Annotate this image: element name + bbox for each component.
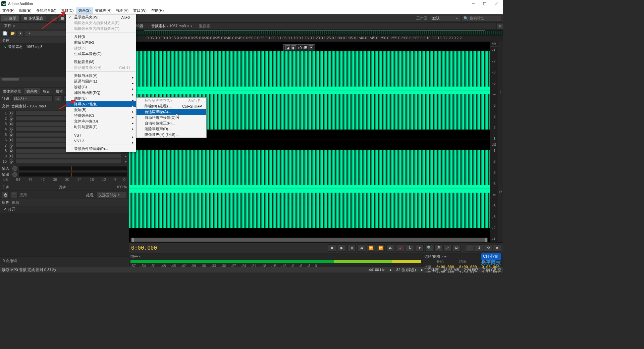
maximize-button[interactable]: [479, 0, 490, 7]
history-item[interactable]: ↗ 打开: [0, 206, 129, 213]
mode-waveform-button[interactable]: ▭波形: [1, 15, 19, 22]
editor-file-tab[interactable]: 音频素材 - 1967.mp3×: [148, 22, 196, 30]
close-button[interactable]: [490, 0, 502, 7]
fx-power-icon[interactable]: ⏻: [9, 138, 13, 142]
menu-item[interactable]: 振幅与压限(A): [66, 73, 136, 79]
menu-window[interactable]: 窗口(W): [131, 7, 149, 14]
menu-item[interactable]: 滤波与均衡(EQ): [66, 90, 136, 96]
zoom-reset-button[interactable]: ⟲: [484, 244, 492, 252]
fx-power-icon[interactable]: ⏻: [9, 111, 13, 115]
menu-item[interactable]: 延迟与回声(L): [66, 79, 136, 84]
stop-button[interactable]: ■: [328, 244, 336, 252]
menu-item[interactable]: 混响(B): [66, 107, 136, 113]
fx-slot-field[interactable]: [15, 154, 122, 158]
levels-tab[interactable]: 电平: [130, 254, 138, 258]
tab-effects-rack[interactable]: 效果夹: [24, 88, 40, 94]
pause-button[interactable]: ⏸: [347, 244, 356, 252]
apply-button[interactable]: 应用: [19, 193, 84, 198]
menu-item[interactable]: 特殊效果(C): [66, 113, 136, 118]
menu-effects[interactable]: 效果(S): [76, 7, 93, 14]
open-folder-button[interactable]: 📂: [9, 30, 16, 36]
horizontal-scrollbar[interactable]: [130, 238, 488, 242]
process-select[interactable]: 仅选区部分: [97, 192, 127, 198]
fx-power-icon[interactable]: ⏻: [9, 159, 13, 164]
loop-playback-button[interactable]: ↻: [406, 244, 414, 252]
open-file-button[interactable]: 📄: [2, 30, 8, 36]
tab-properties[interactable]: 属性: [53, 88, 66, 94]
new-button[interactable]: ▾: [17, 30, 24, 36]
fx-slot-10[interactable]: 10⏻: [0, 159, 129, 164]
preset-select[interactable]: (默认): [12, 95, 53, 101]
zoom-fit-button[interactable]: ⤢: [443, 244, 451, 252]
tab-history[interactable]: 历史: [2, 200, 9, 205]
effects-menu[interactable]: 显示效果夹(W)Alt+0编辑效果夹内的素材效果(F)编辑效果夹内的音轨效果(T…: [66, 14, 136, 152]
forward-button[interactable]: ⏩: [377, 244, 385, 252]
zoom-peaks-button[interactable]: ⧗: [493, 244, 501, 252]
menu-item[interactable]: VST: [66, 132, 136, 138]
tool-waveform[interactable]: ▭: [51, 15, 58, 22]
fx-power-icon[interactable]: ⏻: [9, 143, 13, 148]
fx-power-icon[interactable]: ⏻: [9, 121, 13, 126]
menu-item[interactable]: 立体声声像(O): [66, 118, 136, 124]
output-knob[interactable]: [12, 172, 17, 177]
menu-clip[interactable]: 素材(C): [59, 7, 76, 14]
preset-save-button[interactable]: ☆: [55, 95, 61, 101]
menu-multitrack[interactable]: 多轨混音(M): [34, 7, 59, 14]
menu-item[interactable]: 消除嗡嗡声(D)...: [137, 126, 206, 132]
output-meter[interactable]: [19, 172, 127, 177]
menu-item[interactable]: 显示效果夹(W)Alt+0: [66, 14, 136, 20]
menu-item[interactable]: 匹配音量(M): [66, 59, 136, 65]
rewind-button[interactable]: ⏪: [367, 244, 375, 252]
workspace-select[interactable]: 默认: [430, 15, 460, 21]
fx-list-button[interactable]: ☰: [11, 192, 17, 198]
menu-favorites[interactable]: 收藏夹(R): [93, 7, 114, 14]
input-knob[interactable]: [12, 166, 17, 171]
fx-power-icon[interactable]: ⏻: [9, 116, 13, 121]
menu-item[interactable]: 生成基本音色(G)...: [66, 51, 136, 57]
files-tab[interactable]: 文件: [1, 22, 17, 29]
zoom-in-button[interactable]: 🔍: [425, 244, 433, 252]
tab-markers[interactable]: 标记: [40, 88, 53, 94]
menu-item[interactable]: 自适应降噪(A)...: [137, 109, 206, 115]
menu-item[interactable]: 前后反向(R): [66, 40, 136, 45]
play-button[interactable]: ▶: [338, 244, 346, 252]
input-meter[interactable]: [19, 166, 127, 170]
zoom-out-v-button[interactable]: ⇕: [475, 244, 483, 252]
menu-item[interactable]: 降低嘶声(H) (处理) ...: [137, 132, 206, 138]
zoom-in-v-button[interactable]: ↕: [466, 244, 474, 252]
time-ruler[interactable]: 0:05.00:10.00:15.00:20.00:25.00:30.00:35…: [129, 36, 503, 41]
noise-reduction-submenu[interactable]: 捕捉噪声样本(C)Shift+P降噪(N) (处理) ...Ctrl+Shift…: [136, 97, 207, 138]
tab-video[interactable]: 视频: [12, 200, 19, 205]
panel-menu-button[interactable]: ≡: [496, 23, 503, 29]
menu-item[interactable]: 降噪(N) / 恢复: [66, 101, 136, 107]
record-button[interactable]: ●: [396, 244, 404, 252]
menu-item[interactable]: 自动咔嗒声移除(C)...: [137, 115, 206, 120]
menu-item[interactable]: 降噪(N) (处理) ...Ctrl+Shift+P: [137, 103, 206, 109]
skip-selection-button[interactable]: ⤼: [416, 244, 424, 252]
menu-item[interactable]: 诊断(G): [66, 84, 136, 90]
fx-power-icon[interactable]: ⏻: [9, 148, 13, 153]
gain-hud[interactable]: ◢ ◐ +0 dB ✶: [283, 44, 315, 51]
mode-multitrack-button[interactable]: ▤多轨混音: [20, 15, 46, 22]
menu-view[interactable]: 视图(V): [114, 7, 131, 14]
overview-waveform[interactable]: [130, 31, 502, 35]
minimize-button[interactable]: [468, 0, 479, 7]
tab-media-browser[interactable]: 媒体浏览器: [0, 88, 24, 94]
menu-item[interactable]: 调制(U): [66, 96, 136, 101]
menu-help[interactable]: 帮助(H): [149, 7, 166, 14]
menu-edit[interactable]: 编辑(E): [17, 7, 34, 14]
goto-start-button[interactable]: ⏮: [357, 244, 365, 252]
menu-item[interactable]: 自动相位校正(P)...: [137, 120, 206, 126]
menu-item[interactable]: VST 3: [66, 138, 136, 144]
menu-item[interactable]: 音频插件管理器(P)...: [66, 146, 136, 152]
goto-end-button[interactable]: ⏭: [386, 244, 394, 252]
timecode[interactable]: 0:00.000: [131, 245, 157, 251]
pin-icon[interactable]: ✶: [309, 45, 313, 50]
help-search[interactable]: 🔍搜索帮助: [462, 15, 502, 21]
menu-item[interactable]: 反转(I): [66, 34, 136, 40]
menu-file[interactable]: 文件(F): [0, 7, 17, 14]
waveform-display[interactable]: ◢ ◐ +0 dB ✶: [129, 41, 490, 242]
fx-power-icon[interactable]: ⏻: [9, 132, 13, 137]
fx-slot-9[interactable]: 9⏻: [0, 153, 129, 159]
zoom-out-button[interactable]: 🔎: [434, 244, 442, 252]
